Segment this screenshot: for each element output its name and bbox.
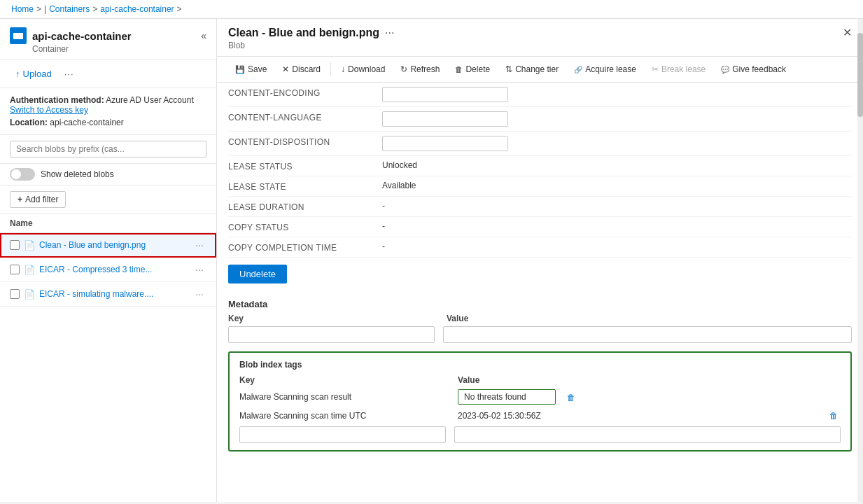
metadata-value-header: Value (447, 314, 852, 323)
file-more-3[interactable]: ··· (192, 287, 206, 301)
upload-icon (15, 69, 20, 79)
download-button[interactable]: Download (334, 61, 392, 78)
undelete-button[interactable]: Undelete (228, 265, 287, 284)
file-checkbox-3[interactable] (10, 289, 20, 299)
tag-delete-icon-2 (829, 410, 838, 421)
breadcrumb: Home > | Containers > api-cache-containe… (0, 0, 863, 19)
properties-table: CONTENT-ENCODING CONTENT-LANGUAGE CONTEN… (228, 83, 852, 258)
tag-row-2: Malware Scanning scan time UTC 2023-05-0… (239, 409, 841, 422)
breadcrumb-containers[interactable]: Containers (49, 4, 90, 14)
file-icon-2 (24, 265, 35, 275)
tag-row-1: Malware Scanning scan result No threats … (239, 389, 841, 405)
delete-icon (455, 64, 463, 74)
file-checkbox-1[interactable] (10, 240, 20, 250)
prop-copy-completion-time: COPY COMPLETION TIME - (228, 237, 852, 258)
file-item-2[interactable]: EICAR - Compressed 3 time... ··· (0, 258, 216, 282)
discard-icon (282, 64, 289, 74)
give-feedback-button[interactable]: Give feedback (714, 61, 793, 78)
upload-button[interactable]: Upload (10, 66, 57, 82)
search-input[interactable] (10, 141, 206, 158)
acquire-lease-button[interactable]: Acquire lease (567, 61, 643, 78)
change-tier-button[interactable]: Change tier (498, 61, 566, 78)
prop-content-language: CONTENT-LANGUAGE (228, 107, 852, 132)
file-more-2[interactable]: ··· (192, 262, 206, 276)
change-tier-icon (505, 64, 512, 74)
tag-delete-2[interactable] (827, 409, 841, 422)
prop-content-encoding: CONTENT-ENCODING (228, 83, 852, 107)
detail-panel: Clean - Blue and benign.png ··· ✕ Blob S… (217, 19, 863, 502)
content-encoding-input[interactable] (382, 87, 508, 102)
content-language-input[interactable] (382, 111, 508, 127)
refresh-icon (400, 64, 407, 74)
lease-state-value: Available (382, 181, 852, 190)
file-list: Name Clean - Blue and benign.png ··· EIC… (0, 214, 216, 502)
save-button[interactable]: Save (228, 61, 274, 78)
sidebar-toolbar: Upload (0, 60, 216, 88)
copy-completion-time-value: - (382, 241, 852, 251)
detail-toolbar: Save Discard Download Refresh Delete C (217, 57, 863, 83)
tag-delete-1[interactable] (564, 391, 578, 404)
breadcrumb-container[interactable]: api-cache-container (100, 4, 174, 14)
discard-button[interactable]: Discard (275, 61, 328, 78)
filter-icon (17, 195, 22, 204)
scrollbar-thumb[interactable] (857, 33, 863, 117)
add-filter-button[interactable]: Add filter (10, 191, 66, 208)
sidebar-header: api-cache-container « Container (0, 19, 216, 60)
prop-content-disposition: CONTENT-DISPOSITION (228, 132, 852, 156)
file-item-1[interactable]: Clean - Blue and benign.png ··· (0, 233, 216, 258)
sidebar-subtitle: Container (32, 44, 206, 54)
file-icon-3 (24, 289, 35, 300)
add-filter-row: Add filter (0, 186, 216, 214)
detail-close-button[interactable]: ✕ (843, 26, 852, 39)
detail-subtitle: Blob (228, 41, 852, 50)
tags-new-row (239, 426, 841, 443)
file-name-2: EICAR - Compressed 3 time... (39, 265, 188, 274)
prop-copy-status: COPY STATUS - (228, 217, 852, 237)
toggle-knob (11, 169, 21, 179)
metadata-value-input[interactable] (443, 326, 852, 343)
tags-key-header: Key (239, 375, 449, 385)
break-lease-icon (652, 64, 659, 74)
file-name-1: Clean - Blue and benign.png (39, 240, 188, 250)
file-item-3[interactable]: EICAR - simulating malware.... ··· (0, 282, 216, 307)
detail-more-button[interactable]: ··· (385, 27, 394, 39)
file-list-header: Name (0, 214, 216, 233)
metadata-section-title: Metadata (228, 299, 852, 309)
metadata-table: Key Value (228, 314, 852, 343)
breadcrumb-home[interactable]: Home (11, 4, 34, 14)
sidebar-more-icon[interactable] (62, 66, 77, 82)
tag-value-1: No threats found (458, 389, 556, 405)
tags-new-value-input[interactable] (454, 426, 841, 443)
tags-value-header: Value (458, 375, 841, 385)
blob-index-tags-header: Blob index tags (239, 360, 841, 370)
container-icon (10, 27, 27, 44)
acquire-lease-icon (574, 64, 582, 74)
break-lease-button[interactable]: Break lease (645, 61, 713, 78)
metadata-row (228, 326, 852, 343)
switch-access-key-link[interactable]: Switch to Access key (10, 105, 88, 115)
show-deleted-toggle[interactable] (10, 168, 35, 181)
metadata-key-input[interactable] (228, 326, 435, 343)
refresh-button[interactable]: Refresh (393, 61, 447, 78)
delete-button[interactable]: Delete (448, 61, 497, 78)
prop-lease-duration: LEASE DURATION - (228, 197, 852, 217)
file-name-3: EICAR - simulating malware.... (39, 289, 188, 299)
scrollbar-track (857, 19, 863, 502)
feedback-icon (721, 64, 729, 74)
file-more-1[interactable]: ··· (192, 238, 206, 252)
content-disposition-input[interactable] (382, 136, 508, 151)
save-icon (235, 64, 245, 74)
lease-status-value: Unlocked (382, 160, 852, 170)
detail-title: Clean - Blue and benign.png (228, 27, 379, 39)
file-checkbox-2[interactable] (10, 265, 20, 274)
prop-lease-state: LEASE STATE Available (228, 176, 852, 197)
detail-body: CONTENT-ENCODING CONTENT-LANGUAGE CONTEN… (217, 83, 863, 502)
tag-key-2: Malware Scanning scan time UTC (239, 411, 449, 421)
sep1 (330, 62, 331, 76)
sidebar-collapse-button[interactable]: « (201, 30, 206, 41)
svg-rect-1 (13, 33, 23, 35)
search-row (0, 135, 216, 164)
tag-key-1: Malware Scanning scan result (239, 392, 449, 402)
sidebar-title: api-cache-container (32, 30, 132, 42)
tags-new-key-input[interactable] (239, 426, 446, 443)
